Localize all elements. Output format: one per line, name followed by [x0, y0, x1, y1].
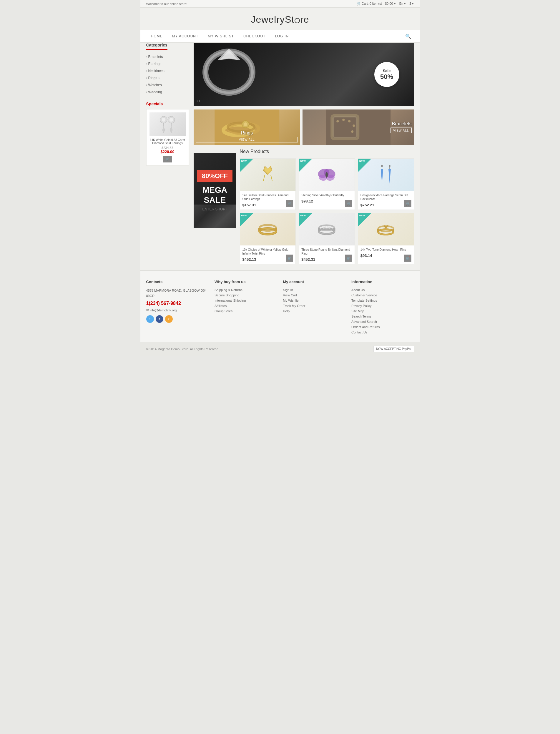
- silver-ring-icon: [316, 219, 337, 240]
- svg-line-28: [263, 175, 265, 181]
- footer-affiliates[interactable]: Affiliates: [215, 304, 277, 308]
- footer-contact-us[interactable]: Contact Us: [351, 331, 414, 334]
- footer-track-my-order[interactable]: Track My Order: [283, 304, 346, 308]
- product-card-2: NEW S: [299, 158, 355, 210]
- footer-group-sales[interactable]: Group Sales: [215, 309, 277, 313]
- add-to-cart-button-5[interactable]: 🛒: [345, 255, 352, 262]
- language-selector[interactable]: En ▾: [399, 2, 406, 6]
- category-bracelets[interactable]: › Bracelets: [146, 53, 189, 60]
- add-to-cart-button-2[interactable]: 🛒: [345, 200, 352, 207]
- contacts-address: 4578 MARMORA ROAD, GLASGOW D04 89GR: [146, 288, 209, 298]
- nav-home[interactable]: HOME: [146, 30, 167, 42]
- right-main-column: Sale 50% ‹ ›: [194, 43, 414, 264]
- footer-advanced-search[interactable]: Advanced Search: [351, 320, 414, 323]
- footer-search-terms[interactable]: Search Terms: [351, 315, 414, 318]
- svg-line-29: [271, 175, 272, 181]
- product-card-5: NEW: [299, 213, 355, 264]
- category-earrings[interactable]: › Earrings: [146, 60, 189, 67]
- special-product-name: 14K White Gold 0.33 Carat Diamond Stud E…: [149, 138, 186, 145]
- product-earrings-icon-1: [257, 165, 278, 185]
- footer-help[interactable]: Help: [283, 309, 346, 313]
- earrings-icon: [157, 114, 178, 134]
- cart-summary[interactable]: 🛒 Cart: 0 item(s) - $0.00 ▾: [357, 2, 396, 6]
- special-add-to-cart[interactable]: 🛒: [163, 156, 172, 162]
- hero-slider: Sale 50% ‹ ›: [194, 43, 414, 106]
- footer-view-cart[interactable]: View Cart: [283, 293, 346, 297]
- gold-ring-icon: [257, 219, 278, 240]
- add-to-cart-button-4[interactable]: 🛒: [286, 255, 293, 262]
- site-logo[interactable]: JewelryStre: [140, 14, 420, 25]
- footer-privacy-policy[interactable]: Privacy Policy: [351, 304, 414, 308]
- category-watches[interactable]: › Watches: [146, 82, 189, 89]
- svg-point-24: [353, 124, 355, 127]
- twitter-icon[interactable]: t: [146, 315, 154, 323]
- special-price-old: $234.87: [149, 146, 186, 150]
- rss-icon[interactable]: r: [165, 315, 173, 323]
- bracelets-view-all[interactable]: VIEW ALL: [390, 128, 412, 133]
- category-rings[interactable]: › Rings ▾: [146, 74, 189, 82]
- bracelets-banner-text: Bracelets VIEW ALL: [390, 121, 412, 133]
- svg-point-53: [329, 227, 330, 229]
- cat-arrow: ›: [146, 55, 147, 58]
- category-wedding[interactable]: › Wedding: [146, 89, 189, 96]
- site-footer: Contacts 4578 MARMORA ROAD, GLASGOW D04 …: [140, 270, 420, 342]
- two-column-layout: Categories › Bracelets › Earrings › Neck…: [146, 43, 414, 264]
- footer-secure-shopping[interactable]: Secure Shopping: [215, 293, 277, 297]
- footer-shipping-returns[interactable]: Shipping & Returns: [215, 288, 277, 292]
- main-navigation: HOME MY ACCOUNT MY WISHLIST CHECKOUT LOG…: [140, 30, 420, 43]
- top-bar: Welcome to our online store! 🛒 Cart: 0 i…: [140, 0, 420, 8]
- new-badge-text-4: NEW: [241, 214, 247, 217]
- butterfly-icon: [316, 165, 337, 185]
- svg-marker-37: [381, 169, 383, 184]
- mega-sale-banner[interactable]: 80%OFF MEGA SALE ENTER SHOP ›: [194, 153, 236, 228]
- svg-marker-7: [170, 126, 172, 133]
- bracelets-banner-label: Bracelets: [390, 121, 412, 127]
- search-icon[interactable]: 🔍: [402, 31, 414, 42]
- svg-marker-6: [162, 126, 165, 133]
- facebook-icon[interactable]: f: [156, 315, 163, 323]
- footer-international-shipping[interactable]: International Shipping: [215, 299, 277, 302]
- footer-sign-in[interactable]: Sign In: [283, 288, 346, 292]
- product-price-5: $452.31: [301, 257, 352, 262]
- product-card-4: NEW 1: [240, 213, 296, 264]
- footer-why-buy: Why buy from us Shipping & Returns Secur…: [215, 280, 277, 336]
- slider-prev[interactable]: ‹: [197, 98, 198, 103]
- add-to-cart-button-1[interactable]: 🛒: [286, 200, 293, 207]
- footer-about-us[interactable]: About Us: [351, 288, 414, 292]
- top-bar-right: 🛒 Cart: 0 item(s) - $0.00 ▾ En ▾ $ ▾: [357, 2, 414, 6]
- logo-ring-icon: [295, 18, 300, 23]
- nav-checkout[interactable]: CHECKOUT: [239, 30, 270, 42]
- paypal-text: NOW ACCEPTING PayPal: [376, 347, 411, 351]
- currency-selector[interactable]: $ ▾: [409, 2, 414, 6]
- svg-point-3: [169, 118, 173, 122]
- footer-site-map[interactable]: Site Map: [351, 309, 414, 313]
- rings-banner[interactable]: Rings VIEW ALL: [194, 109, 300, 145]
- footer-template-settings[interactable]: Template Settings: [351, 299, 414, 302]
- add-to-cart-button-6[interactable]: 🛒: [404, 255, 411, 262]
- add-to-cart-button-3[interactable]: 🛒: [404, 200, 411, 207]
- special-product-image: [149, 112, 186, 136]
- bottom-footer: © 2014 Magento Demo Store. All Rights Re…: [140, 342, 420, 356]
- slider-next[interactable]: ›: [199, 98, 200, 103]
- footer-orders-returns[interactable]: Orders and Returns: [351, 325, 414, 329]
- footer-my-wishlist[interactable]: My Wishlist: [283, 299, 346, 302]
- hero-ring-image: [200, 46, 258, 99]
- nav-log-in[interactable]: LOG IN: [270, 30, 293, 42]
- specials-title: Specials: [146, 102, 189, 106]
- footer-customer-service[interactable]: Customer Service: [351, 293, 414, 297]
- rings-view-all[interactable]: VIEW ALL: [196, 137, 298, 142]
- svg-point-22: [342, 119, 345, 121]
- svg-point-1: [162, 118, 166, 122]
- nav-my-wishlist[interactable]: MY WISHLIST: [203, 30, 239, 42]
- category-necklaces[interactable]: › Necklaces: [146, 67, 189, 74]
- nav-my-account[interactable]: MY ACCOUNT: [167, 30, 203, 42]
- product-image-6: NEW: [358, 213, 414, 245]
- bracelets-banner[interactable]: Bracelets VIEW ALL: [303, 109, 414, 145]
- rings-banner-label: Rings: [196, 130, 298, 136]
- svg-point-52: [325, 226, 328, 228]
- product-name-2: Sterling Silver Amethyst Butterfly: [301, 193, 352, 197]
- why-buy-title: Why buy from us: [215, 280, 277, 284]
- svg-point-17: [244, 122, 247, 126]
- svg-point-21: [336, 120, 339, 122]
- cat-arrow: ›: [146, 62, 147, 65]
